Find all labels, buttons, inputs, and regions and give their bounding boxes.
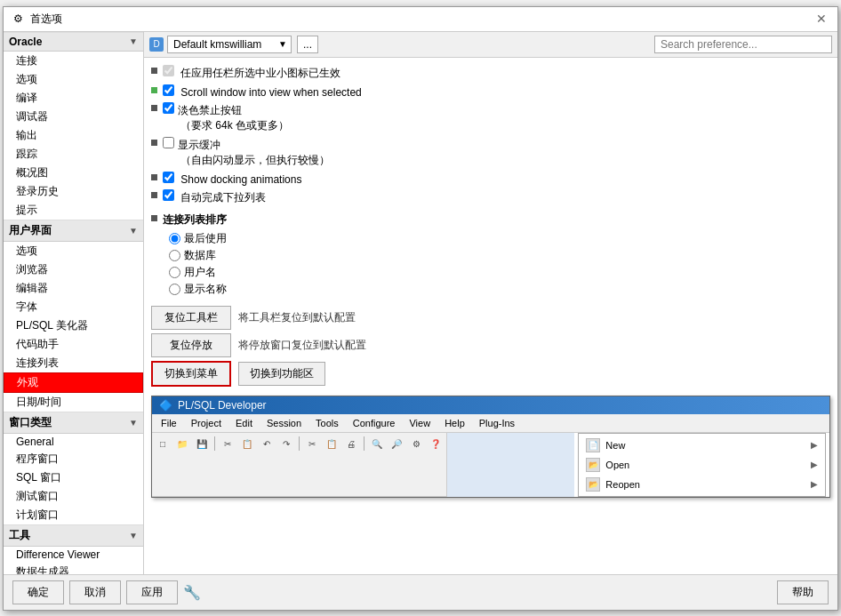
window-type-items: General 程序窗口 SQL 窗口 测试窗口 计划窗口	[4, 434, 143, 524]
dots-button[interactable]: ...	[297, 36, 318, 53]
toolbar-undo-icon[interactable]: ↶	[258, 436, 276, 452]
bullet-5	[151, 192, 157, 198]
menu-session[interactable]: Session	[263, 416, 305, 430]
connection-sort-header: 连接列表排序	[151, 212, 830, 228]
tree-item-plsql-beautifier[interactable]: PL/SQL 美化器	[4, 316, 143, 335]
tree-item-data-gen[interactable]: 数据生成器	[4, 563, 143, 574]
radio-database-label: 数据库	[184, 248, 216, 263]
profile-dropdown[interactable]: Default kmswilliam ▼	[167, 36, 292, 53]
menu-project[interactable]: Project	[188, 416, 225, 430]
tree-item-genzong[interactable]: 跟踪	[4, 145, 143, 164]
popup-toolbar: □ 📁 💾 ✂ 📋 ↶ ↷ ✂ 📋	[152, 433, 447, 497]
section-tools[interactable]: 工具 ▼	[4, 524, 143, 547]
section-user-interface[interactable]: 用户界面 ▼	[4, 220, 143, 242]
toolbar-new-doc-icon[interactable]: □	[154, 436, 172, 452]
tree-item-connection-list[interactable]: 连接列表	[4, 354, 143, 372]
section-window-type[interactable]: 窗口类型 ▼	[4, 412, 143, 434]
help-button[interactable]: 帮助	[777, 580, 829, 604]
menu-view[interactable]: View	[405, 416, 434, 430]
button-row-3: 切换到菜单 切换到功能区	[151, 361, 830, 387]
tree-item-datetime[interactable]: 日期/时间	[4, 393, 143, 412]
menu-new-item[interactable]: 📄 New ▶	[579, 436, 825, 455]
pref-checkbox-3[interactable]	[163, 137, 174, 148]
connection-sort-section: 连接列表排序 最后使用 数据库 用户名	[151, 212, 830, 297]
tree-item-tiaoshiqi[interactable]: 调试器	[4, 108, 143, 126]
pref-checkbox-5[interactable]	[163, 189, 174, 201]
tree-item-appearance[interactable]: 外观	[4, 372, 143, 393]
switch-menu-button[interactable]: 切换到菜单	[151, 361, 231, 387]
tree-item-test-window[interactable]: 测试窗口	[4, 487, 143, 506]
menu-new-arrow: ▶	[811, 440, 818, 450]
toolbar-help-icon[interactable]: ❓	[427, 436, 445, 452]
tree-item-xuanxiang[interactable]: 选项	[4, 70, 143, 89]
menu-reopen-item[interactable]: 📂 Reopen ▶	[579, 475, 825, 494]
tree-item-shuchu[interactable]: 输出	[4, 126, 143, 145]
toolbar-cut-icon[interactable]: ✂	[219, 436, 236, 452]
tree-item-lianjiee[interactable]: 连接	[4, 52, 143, 70]
dialog-title: 首选项	[30, 12, 62, 27]
tree-item-ziti[interactable]: 字体	[4, 298, 143, 316]
menu-file[interactable]: File	[157, 416, 180, 430]
pref-row-3: 显示缓冲 （自由闪动显示，但执行较慢）	[151, 137, 830, 168]
toolbar-settings-icon[interactable]: ⚙	[407, 436, 425, 452]
reset-docking-button[interactable]: 复位停放	[151, 333, 231, 357]
toolbar-sep-2	[299, 436, 300, 451]
toolbar-cut2-icon[interactable]: ✂	[303, 436, 321, 452]
toolbar-save-icon[interactable]: 💾	[193, 436, 211, 452]
title-bar-left: ⚙ 首选项	[11, 12, 62, 27]
switch-ribbon-button[interactable]: 切换到功能区	[238, 362, 325, 386]
menu-tools[interactable]: Tools	[312, 416, 342, 430]
tree-item-prog-window[interactable]: 程序窗口	[4, 450, 143, 468]
section-oracle[interactable]: Oracle ▼	[4, 32, 143, 52]
tree-item-lanlanqi[interactable]: 浏览器	[4, 260, 143, 279]
tree-item-gaokuangtu[interactable]: 概况图	[4, 164, 143, 182]
search-input[interactable]	[654, 36, 832, 53]
radio-group: 最后使用 数据库 用户名 显示名称	[169, 231, 830, 297]
reset-toolbar-button[interactable]: 复位工具栏	[151, 306, 231, 330]
menu-edit[interactable]: Edit	[232, 416, 256, 430]
right-top-bar: D Default kmswilliam ▼ ...	[144, 32, 837, 58]
tree-item-bianyii[interactable]: 编译	[4, 89, 143, 108]
toolbar-redo-icon[interactable]: ↷	[277, 436, 295, 452]
menu-open-label: Open	[605, 460, 629, 470]
radio-database-input[interactable]	[169, 250, 180, 261]
toolbar-copy-icon[interactable]: 📋	[238, 436, 256, 452]
toolbar-print-icon[interactable]: 🖨	[342, 436, 360, 452]
apply-icon[interactable]: 🔧	[183, 584, 201, 601]
menu-help[interactable]: Help	[441, 416, 469, 430]
pref-checkbox-4[interactable]	[163, 172, 174, 183]
toolbar-open-icon[interactable]: 📁	[173, 436, 191, 452]
left-panel: Oracle ▼ 连接 选项 编译 调试器 输出 跟踪 概况图 登录历史 提示 …	[4, 32, 144, 574]
tree-item-sql-window[interactable]: SQL 窗口	[4, 468, 143, 487]
ok-button[interactable]: 确定	[12, 580, 64, 604]
menu-plugins[interactable]: Plug-Ins	[476, 416, 518, 430]
radio-last-used-input[interactable]	[169, 233, 180, 244]
pref-checkbox-1[interactable]	[163, 84, 174, 96]
pref-checkbox-2[interactable]	[163, 102, 174, 114]
profile-icon: D	[149, 37, 164, 52]
menu-configure[interactable]: Configure	[349, 416, 399, 430]
tree-item-ui-xuanxiang[interactable]: 选项	[4, 242, 143, 260]
toolbar-paste-icon[interactable]: 📋	[323, 436, 340, 452]
popup-title-text: PL/SQL Developer	[178, 399, 267, 412]
pref-checkbox-0[interactable]	[163, 65, 174, 76]
button-row-2: 复位停放 将停放窗口复位到默认配置	[151, 333, 830, 357]
tree-item-plan-window[interactable]: 计划窗口	[4, 506, 143, 524]
tree-item-tishi[interactable]: 提示	[4, 201, 143, 220]
tree-item-denglulicheng[interactable]: 登录历史	[4, 182, 143, 201]
tree-item-codehelper[interactable]: 代码助手	[4, 335, 143, 354]
toolbar-search-icon[interactable]: 🔍	[368, 436, 386, 452]
radio-username-input[interactable]	[169, 267, 180, 278]
tree-item-diff-viewer[interactable]: Difference Viewer	[4, 547, 143, 563]
popup-main-area: 📄 New ▶ 📂 Open ▶ 📂	[574, 433, 829, 497]
tree-item-general[interactable]: General	[4, 434, 143, 450]
radio-display-name-input[interactable]	[169, 284, 180, 295]
cancel-button[interactable]: 取消	[69, 580, 121, 604]
menu-open-item[interactable]: 📂 Open ▶	[579, 455, 825, 475]
profile-select: D Default kmswilliam ▼	[149, 36, 292, 53]
close-button[interactable]: ✕	[813, 12, 830, 26]
pref-label-1: Scroll window into view when selected	[163, 84, 362, 99]
tree-item-bianji[interactable]: 编辑器	[4, 279, 143, 298]
toolbar-zoom-icon[interactable]: 🔎	[388, 436, 405, 452]
apply-button[interactable]: 应用	[126, 580, 178, 604]
